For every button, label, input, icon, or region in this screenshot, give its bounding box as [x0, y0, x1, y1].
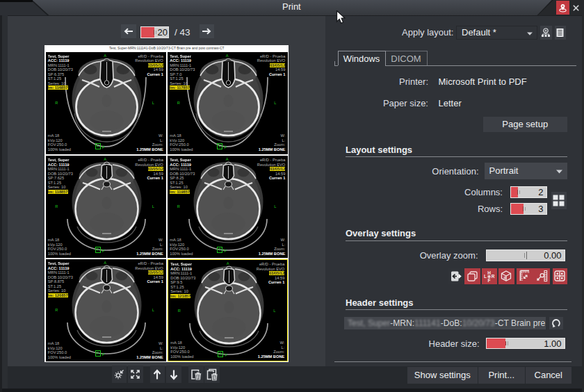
- svg-text:L: L: [484, 274, 487, 279]
- svg-text:R: R: [492, 274, 495, 279]
- svg-text:R: R: [504, 276, 507, 280]
- svg-text:H: H: [487, 270, 491, 275]
